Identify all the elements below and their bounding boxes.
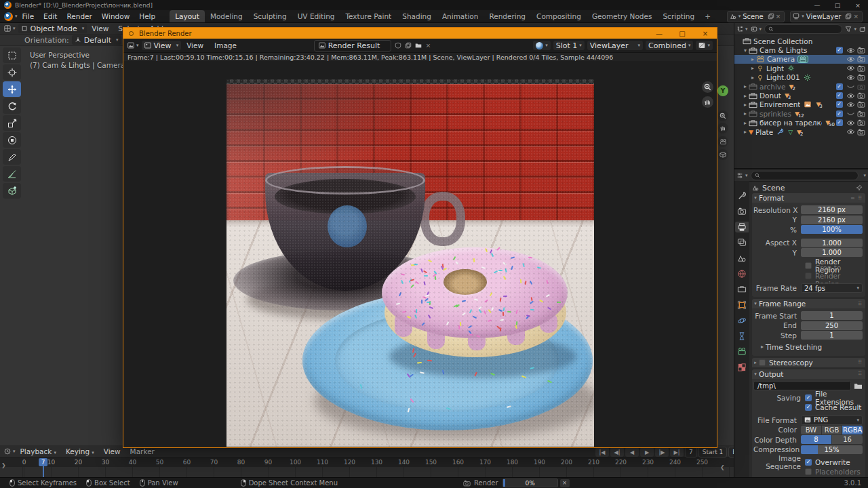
compression-slider[interactable]: 15% [801, 445, 863, 454]
new-scene-icon[interactable] [768, 13, 774, 20]
outliner-row-archive[interactable]: ▸archive▼2✓ [734, 82, 868, 91]
hide-render-icon[interactable] [856, 56, 866, 62]
display-mode-dropdown[interactable]: View ▾ [142, 41, 182, 50]
image-pan-gizmo-icon[interactable] [702, 96, 713, 108]
scene-selector[interactable]: ▾ Scene × [727, 11, 785, 22]
properties-tab-physics[interactable] [735, 315, 749, 326]
expand-icon[interactable]: ▸ [742, 120, 749, 126]
outliner-editor-icon[interactable] [736, 26, 743, 33]
workspace-tab-geometry-nodes[interactable]: Geometry Nodes [587, 10, 658, 22]
tool-annotate-button[interactable] [3, 149, 21, 165]
expand-icon[interactable]: ▸ [742, 102, 749, 108]
panel-stereoscopy-header[interactable]: ▸Stereoscopy⠿ [752, 358, 865, 367]
image-data-icon[interactable] [803, 101, 812, 108]
color-option-rgba[interactable]: RGBA [842, 426, 863, 434]
resolution-x-field[interactable]: 2160 px [801, 205, 863, 214]
render-maximize-button[interactable]: □ [671, 28, 694, 39]
tool-move-button[interactable] [3, 81, 21, 97]
tool-box-select-button[interactable] [3, 47, 21, 63]
panel-frame-range-header[interactable]: ▾Frame Range⠿ [752, 299, 865, 308]
workspace-tab-scripting[interactable]: Scripting [657, 10, 700, 22]
include-checkbox[interactable]: ✓ [836, 92, 843, 99]
jump-to-start-button[interactable]: |◀ [595, 447, 609, 457]
include-checkbox[interactable]: ✓ [836, 119, 843, 126]
frame-start-field[interactable]: Start 1 [698, 447, 728, 458]
camera-data-icon[interactable] [797, 56, 808, 63]
overwrite-checkbox[interactable]: ✓ [805, 459, 812, 466]
render-menu-image[interactable]: Image [209, 41, 242, 49]
properties-tab-texture[interactable] [735, 362, 749, 373]
workspace-tab-compositing[interactable]: Compositing [531, 10, 587, 22]
file-format-dropdown[interactable]: PNG▾ [801, 415, 863, 425]
timeline-tracks[interactable] [0, 467, 734, 477]
workspace-tab-rendering[interactable]: Rendering [484, 10, 531, 22]
viewport-menu-view[interactable]: View [87, 24, 113, 33]
timeline-editor-icon[interactable] [4, 448, 11, 455]
outliner-editor[interactable]: ▾ ▾ ▾ Scene Collection▾Cam & Lihgts✓▸Cam… [734, 23, 868, 169]
outliner-row-light[interactable]: ▸Light [734, 64, 868, 73]
render-menu-view[interactable]: View [181, 41, 209, 49]
properties-search-input[interactable] [751, 171, 859, 180]
hide-viewport-icon[interactable] [846, 83, 856, 89]
aspect-y-field[interactable]: 1.000 [801, 248, 863, 257]
outliner-row-light-001[interactable]: ▸Light.001 [734, 73, 868, 82]
menu-file[interactable]: File [18, 12, 39, 20]
hide-render-icon[interactable] [856, 119, 866, 126]
expand-icon[interactable]: ▸ [742, 129, 749, 135]
frame-rate-dropdown[interactable]: 24 fps▾ [801, 283, 863, 293]
menu-edit[interactable]: Edit [39, 12, 62, 20]
pass-dropdown[interactable]: Combined▾ [646, 41, 693, 50]
workspace-tab-sculpting[interactable]: Sculpting [248, 10, 292, 22]
outliner-search-input[interactable] [764, 24, 842, 34]
hide-viewport-icon[interactable] [846, 110, 856, 117]
render-region-checkbox[interactable] [805, 262, 812, 269]
new-viewlayer-icon[interactable] [845, 13, 852, 20]
frame-step-field[interactable]: 1 [801, 331, 863, 340]
hide-viewport-icon[interactable] [846, 75, 856, 81]
timeline-menu-marker[interactable]: Marker [125, 447, 159, 455]
expand-icon[interactable]: ▸ [749, 75, 756, 81]
properties-tab-collection[interactable] [735, 284, 749, 295]
time-stretching-subpanel[interactable]: ▸Time Stretching [759, 342, 863, 352]
tool-add-cube-button[interactable] [3, 183, 21, 199]
hide-viewport-icon[interactable] [846, 65, 856, 71]
pin-icon[interactable] [856, 184, 863, 191]
cancel-render-icon[interactable]: × [560, 479, 570, 487]
include-checkbox[interactable]: ✓ [836, 101, 843, 108]
axis-gizmo-y[interactable]: Y [717, 85, 728, 96]
light-data-icon[interactable] [803, 74, 812, 81]
expand-icon[interactable]: ▸ [742, 93, 749, 99]
properties-editor[interactable]: ▾ ▾ Scene ▾Format≡ ⠿ Resolution X2160 px… [734, 169, 868, 477]
properties-editor-icon[interactable] [736, 172, 743, 179]
add-workspace-button[interactable]: + [700, 12, 715, 20]
workspace-tab-uv-editing[interactable]: UV Editing [292, 10, 340, 22]
tool-scale-button[interactable] [3, 115, 21, 131]
folder-icon[interactable] [854, 382, 863, 390]
file-extensions-checkbox[interactable]: ✓ [805, 394, 812, 401]
expand-panel-icon[interactable]: ❯ [1, 462, 6, 468]
render-minimize-button[interactable]: — [648, 28, 671, 39]
expand-icon[interactable]: ▸ [742, 83, 749, 89]
unlink-scene-icon[interactable]: × [774, 13, 783, 20]
include-checkbox[interactable]: ✓ [836, 83, 843, 90]
render-window[interactable]: Blender Render — □ × ▾ View ▾ ViewImage … [123, 27, 717, 448]
hide-viewport-icon[interactable] [846, 93, 856, 99]
properties-tab-object[interactable] [735, 300, 749, 310]
outliner-row-sprinkles[interactable]: ▸sprinkles▼12✓ [734, 109, 868, 118]
new-collection-icon[interactable] [859, 26, 866, 33]
filter-icon[interactable] [845, 26, 852, 33]
workspace-tab-texture-paint[interactable]: Texture Paint [340, 10, 397, 22]
properties-tab-constraints[interactable] [735, 331, 749, 342]
zoom-gizmo-icon[interactable] [717, 110, 728, 121]
depth-option-16[interactable]: 16 [832, 435, 863, 444]
mesh-data-icon[interactable]: ▼2 [789, 83, 796, 90]
frame-end-field[interactable]: 250 [801, 321, 863, 330]
next-keyframe-button[interactable]: |▶ [655, 447, 669, 457]
current-frame-field[interactable]: 7 [685, 447, 697, 458]
modifier-wrench-icon[interactable] [776, 128, 785, 136]
outliner-row-donut[interactable]: ▸Donut▼3✓ [734, 91, 868, 100]
workspace-tab-layout[interactable]: Layout [170, 10, 205, 22]
workspace-tab-shading[interactable]: Shading [397, 10, 437, 22]
expand-icon[interactable]: ▾ [742, 47, 749, 54]
mode-dropdown[interactable]: Object Mode ▾ [18, 24, 87, 33]
